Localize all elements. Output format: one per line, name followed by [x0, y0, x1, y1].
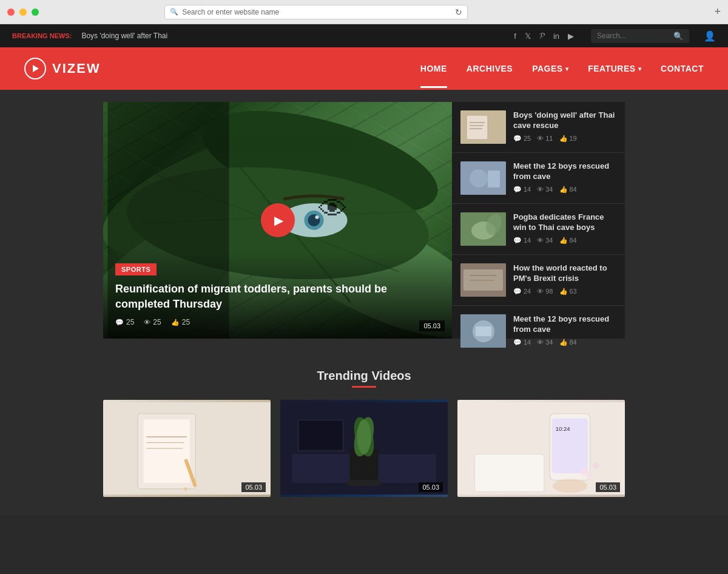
hero-sidebar: Boys 'doing well' after Thai cave rescue… [452, 102, 625, 339]
search-input[interactable] [597, 32, 670, 40]
sidebar-news-content-5: Meet the 12 boys rescued from cave 💬 14 … [513, 314, 616, 348]
social-icons-group: f 𝕏 𝓟 in ▶ [514, 31, 574, 41]
svg-rect-48 [298, 420, 342, 450]
nav-contact[interactable]: CONTACT [661, 64, 704, 73]
hero-title[interactable]: Reunification of migrant toddlers, paren… [115, 282, 440, 312]
svg-point-54 [593, 462, 599, 469]
comment-icon: 💬 [115, 319, 124, 326]
video-card-1[interactable]: 05.03 [103, 400, 271, 497]
svg-rect-31 [476, 326, 491, 336]
nav-features[interactable]: FEATURES ▾ [588, 64, 641, 73]
play-button[interactable]: ▶ [261, 203, 295, 237]
sidebar-news-content-1: Boys 'doing well' after Thai cave rescue… [513, 110, 616, 144]
svg-rect-21 [488, 171, 500, 187]
address-text: Search or enter website name [182, 8, 279, 16]
s4-views-icon: 👁 [537, 288, 544, 295]
sidebar-news-item[interactable]: Pogba dedicates France win to Thai cave … [452, 204, 625, 255]
features-dropdown-icon: ▾ [638, 66, 642, 72]
hero-views: 👁 25 [144, 318, 161, 326]
twitter-icon[interactable]: 𝕏 [525, 32, 531, 41]
s5-comment-icon: 💬 [513, 339, 522, 346]
video-grid: 05.03 [103, 400, 625, 497]
sidebar-news-title-3: Pogba dedicates France win to Thai cave … [513, 212, 616, 233]
hero-main-article[interactable]: ▶ SPORTS Reunification of migrant toddle… [103, 102, 452, 339]
pinterest-icon[interactable]: 𝓟 [539, 31, 545, 41]
logo-play-icon [24, 58, 46, 79]
s3-views-icon: 👁 [537, 237, 544, 244]
svg-rect-43 [346, 480, 381, 486]
refresh-button[interactable]: ↻ [455, 7, 462, 17]
address-search-icon: 🔍 [170, 8, 178, 16]
youtube-icon[interactable]: ▶ [568, 32, 574, 41]
video-card-inner-2: 05.03 [280, 400, 448, 497]
s5-views-icon: 👁 [537, 339, 544, 346]
pages-dropdown-icon: ▾ [565, 66, 569, 72]
video-card-inner-3: 10:24 05.03 [457, 400, 625, 497]
s-views-icon: 👁 [537, 135, 544, 142]
s5-likes-icon: 👍 [559, 339, 568, 346]
search-submit-icon[interactable]: 🔍 [673, 32, 683, 41]
hero-section: ▶ SPORTS Reunification of migrant toddle… [103, 102, 625, 339]
svg-marker-0 [33, 65, 39, 72]
sidebar-news-item[interactable]: How the world reacted to PM's Brexit cri… [452, 255, 625, 306]
hero-overlay: SPORTS Reunification of migrant toddlers… [103, 251, 452, 339]
svg-point-12 [315, 215, 319, 219]
top-search-box[interactable]: 🔍 [591, 29, 689, 43]
svg-point-11 [308, 214, 320, 226]
sidebar-likes-2: 👍 84 [559, 186, 577, 194]
likes-icon: 👍 [171, 319, 180, 326]
s2-likes-icon: 👍 [559, 186, 568, 194]
sidebar-news-meta-1: 💬 25 👁 11 👍 19 [513, 135, 616, 143]
new-tab-button[interactable]: + [714, 5, 721, 18]
main-content: ▶ SPORTS Reunification of migrant toddle… [0, 90, 728, 515]
svg-rect-34 [144, 419, 190, 483]
trending-section: Trending Videos [103, 363, 625, 503]
sidebar-news-meta-3: 💬 14 👁 34 👍 84 [513, 237, 616, 245]
logo[interactable]: VIZEW [24, 58, 420, 79]
svg-point-57 [553, 479, 587, 493]
video-date-2: 05.03 [419, 482, 443, 492]
header: VIZEW HOME ARCHIVES PAGES ▾ FEATURES ▾ C… [0, 47, 728, 90]
svg-rect-56 [475, 454, 544, 492]
user-account-icon[interactable]: 👤 [704, 30, 716, 42]
sidebar-comments-1: 💬 25 [513, 135, 531, 143]
address-bar[interactable]: 🔍 Search or enter website name ↻ [164, 5, 468, 19]
sidebar-thumb-2 [460, 161, 506, 195]
sidebar-views-1: 👁 11 [537, 135, 553, 143]
browser-minimize-dot[interactable] [19, 8, 27, 16]
hero-category-badge[interactable]: SPORTS [115, 263, 157, 275]
nav-pages[interactable]: PAGES ▾ [532, 64, 568, 73]
s2-comment-icon: 💬 [513, 186, 522, 194]
browser-chrome: 🔍 Search or enter website name ↻ + [0, 0, 728, 24]
hero-meta: 💬 25 👁 25 👍 25 [115, 318, 440, 326]
sidebar-news-item[interactable]: Meet the 12 boys rescued from cave 💬 14 … [452, 153, 625, 204]
svg-point-46 [357, 419, 371, 454]
video-date-3: 05.03 [596, 482, 620, 492]
sidebar-news-item[interactable]: Boys 'doing well' after Thai cave rescue… [452, 102, 625, 153]
linkedin-icon[interactable]: in [553, 32, 559, 41]
nav-archives[interactable]: ARCHIVES [467, 64, 513, 73]
sidebar-news-item[interactable]: Meet the 12 boys rescued from cave 💬 14 … [452, 306, 625, 356]
s4-likes-icon: 👍 [559, 288, 568, 295]
browser-maximize-dot[interactable] [32, 8, 39, 16]
s2-views-icon: 👁 [537, 186, 544, 193]
sidebar-comments-5: 💬 14 [513, 339, 531, 346]
nav-home[interactable]: HOME [420, 64, 447, 73]
sidebar-comments-3: 💬 14 [513, 237, 531, 245]
sidebar-likes-1: 👍 19 [559, 135, 577, 143]
main-nav: HOME ARCHIVES PAGES ▾ FEATURES ▾ CONTACT [420, 64, 704, 73]
breaking-news-label: BREAKING NEWS: [12, 32, 72, 39]
browser-close-dot[interactable] [7, 8, 15, 16]
sidebar-news-content-4: How the world reacted to PM's Brexit cri… [513, 263, 616, 297]
sidebar-news-title-1: Boys 'doing well' after Thai cave rescue [513, 110, 616, 131]
hero-comments: 💬 25 [115, 318, 134, 326]
s-comment-icon: 💬 [513, 135, 522, 143]
logo-text: VIZEW [52, 61, 101, 76]
video-card-2[interactable]: 05.03 [280, 400, 448, 497]
facebook-icon[interactable]: f [514, 32, 516, 41]
sidebar-news-meta-5: 💬 14 👁 34 👍 84 [513, 339, 616, 346]
video-card-3[interactable]: 10:24 05.03 [457, 400, 625, 497]
sidebar-views-5: 👁 34 [537, 339, 553, 346]
trending-section-title: Trending Videos [317, 369, 411, 388]
sidebar-news-title-5: Meet the 12 boys rescued from cave [513, 314, 616, 335]
